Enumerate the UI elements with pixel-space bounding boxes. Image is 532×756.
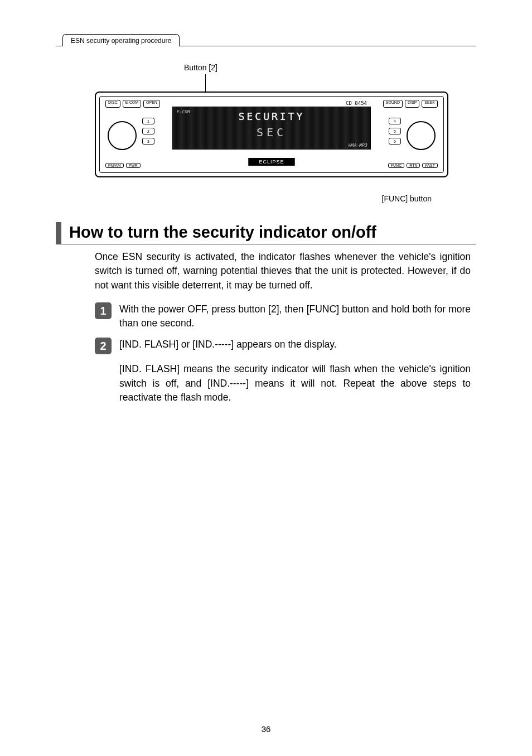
left-knob <box>108 121 137 150</box>
preset-1: 1 <box>142 118 154 124</box>
callout-func-button: [FUNC] button <box>95 194 432 203</box>
left-preset-column: 1 2 3 <box>142 118 154 148</box>
lcd-line-sec: SEC <box>173 126 370 139</box>
step-1-text: With the power OFF, press button [2], th… <box>119 302 471 330</box>
sound-button: SOUND <box>383 100 403 108</box>
disc-button: DISC <box>105 100 120 108</box>
seek-button: SEEK <box>422 100 438 108</box>
brand-label: ECLIPSE <box>248 158 294 166</box>
right-knob <box>407 121 436 150</box>
step-2-subtext: [IND. FLASH] means the security indicato… <box>119 362 471 405</box>
step-2-text: [IND. FLASH] or [IND.-----] appears on t… <box>119 338 471 354</box>
func-button: FUNC <box>388 163 404 168</box>
intro-paragraph: Once ESN security is activated, the indi… <box>95 250 471 292</box>
ecom-button: E-COM <box>123 100 141 108</box>
section-heading: How to turn the security indicator on/of… <box>56 222 476 244</box>
rtn-button: RTN <box>407 163 420 168</box>
step-number-2: 2 <box>95 338 112 354</box>
device-diagram: Button [2] DISC E-COM OPEN SOUND DISP SE… <box>95 63 448 203</box>
open-button: OPEN <box>143 100 160 108</box>
preset-4: 4 <box>389 118 401 124</box>
preset-3: 3 <box>142 138 154 145</box>
step-number-1: 1 <box>95 302 112 319</box>
disp-button: DISP <box>405 100 419 108</box>
callout-button-2: Button [2] <box>184 63 448 72</box>
header-tab: ESN security operating procedure <box>62 34 180 46</box>
step-2: 2 [IND. FLASH] or [IND.-----] appears on… <box>95 338 471 354</box>
preset-6: 6 <box>389 138 401 145</box>
device-inner-frame: DISC E-COM OPEN SOUND DISP SEEK 1 2 3 <box>99 96 444 173</box>
section-title: How to turn the security indicator on/of… <box>69 222 376 244</box>
fm-am-button: FM/AM <box>105 163 124 168</box>
device-bottom-row: FM/AM PWR ECLIPSE FUNC RTN FAST <box>105 161 438 169</box>
callout-line-bottom <box>384 176 384 177</box>
callout-line-top <box>205 74 206 94</box>
right-preset-column: 4 5 6 <box>389 118 401 148</box>
car-stereo-device: DISC E-COM OPEN SOUND DISP SEEK 1 2 3 <box>95 92 448 177</box>
step-1: 1 With the power OFF, press button [2], … <box>95 302 471 330</box>
lcd-ecom-badge: E-COM <box>176 109 190 114</box>
model-label: CD 8454 <box>346 100 367 106</box>
lcd-badges: WMA·MP3 <box>348 143 367 148</box>
pwr-button: PWR <box>126 163 141 168</box>
fast-button: FAST <box>422 163 438 168</box>
section-heading-bar <box>56 222 61 244</box>
preset-5: 5 <box>389 128 401 134</box>
page-number: 36 <box>0 724 532 734</box>
header-rule: ESN security operating procedure <box>56 33 476 46</box>
preset-2: 2 <box>142 128 154 134</box>
lcd-line-security: SECURITY <box>173 110 370 122</box>
lcd-display: E-COM CD 8454 SECURITY SEC WMA·MP3 <box>172 107 371 150</box>
